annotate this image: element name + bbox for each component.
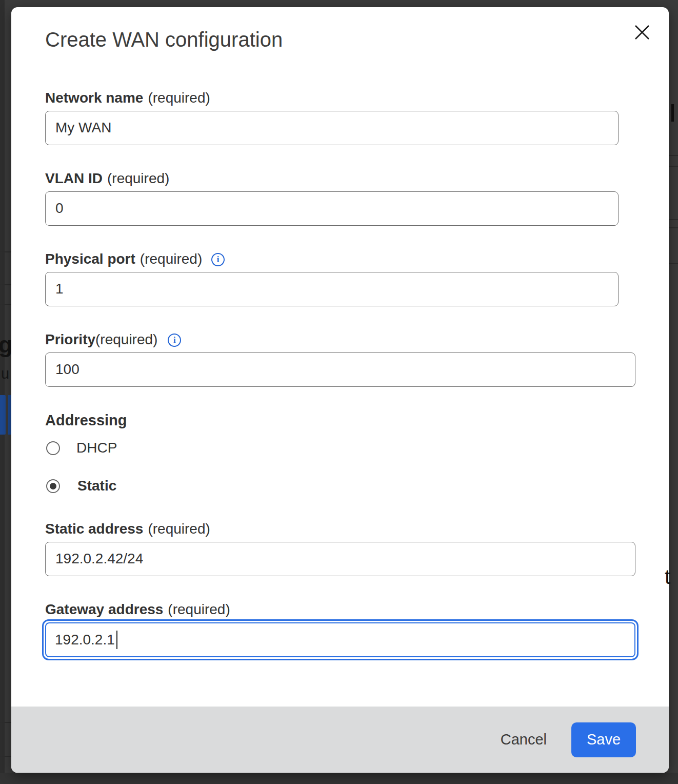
network-name-label-text: Network name (45, 89, 143, 107)
vlan-id-label: VLAN ID (required) (45, 170, 169, 187)
priority-input[interactable]: 100 (45, 352, 635, 387)
dialog-footer: Cancel Save (11, 707, 669, 773)
network-name-label: Network name (required) (45, 89, 210, 107)
priority-label-text: Priority (45, 331, 95, 348)
radio-button-unselected[interactable] (46, 441, 60, 455)
background-bottom-band (0, 773, 678, 784)
gateway-address-input[interactable]: 192.0.2.1 (45, 622, 635, 657)
text-cursor (116, 631, 117, 649)
background-left-edge (0, 0, 5, 784)
required-hint: (required) (107, 170, 169, 187)
info-icon[interactable]: i (168, 334, 181, 347)
background-table-line (669, 155, 678, 156)
background-table-line (0, 284, 11, 285)
background-table-line (669, 166, 678, 167)
static-address-label: Static address (required) (45, 520, 210, 538)
gateway-address-label: Gateway address (required) (45, 601, 230, 618)
required-hint: (required) (168, 601, 230, 618)
radio-option-dhcp[interactable]: DHCP (46, 440, 117, 456)
required-hint: (required) (95, 331, 157, 348)
close-icon (633, 24, 651, 43)
radio-label-static: Static (77, 478, 116, 494)
background-table-line (0, 304, 11, 305)
static-address-label-text: Static address (45, 520, 143, 538)
radio-option-static[interactable]: Static (46, 478, 116, 494)
cancel-button[interactable]: Cancel (501, 731, 547, 748)
close-button[interactable] (630, 21, 654, 45)
background-table-line (669, 263, 678, 264)
radio-label-dhcp: DHCP (76, 440, 117, 456)
required-hint: (required) (140, 250, 202, 268)
save-button[interactable]: Save (571, 722, 636, 757)
vlan-id-input[interactable]: 0 (45, 191, 619, 226)
network-name-input[interactable]: My WAN (45, 111, 619, 145)
physical-port-label: Physical port (required) i (45, 250, 225, 268)
static-address-input[interactable]: 192.0.2.42/24 (45, 542, 635, 576)
radio-button-selected[interactable] (46, 479, 60, 493)
priority-label: Priority (required) i (45, 331, 181, 348)
background-text-fragment: u (1, 365, 9, 382)
dialog-title: Create WAN configuration (45, 27, 283, 52)
physical-port-label-text: Physical port (45, 250, 135, 268)
info-icon[interactable]: i (211, 253, 225, 266)
create-wan-configuration-dialog: Create WAN configuration Network name (r… (11, 7, 669, 773)
background-button-fragment (0, 395, 6, 435)
background-table-line (0, 756, 11, 757)
background-table-line (669, 227, 678, 228)
background-table-line (0, 722, 11, 723)
required-hint: (required) (148, 89, 210, 107)
background-table-line (669, 219, 678, 220)
physical-port-input[interactable]: 1 (45, 272, 619, 306)
background-table-line (0, 251, 11, 252)
gateway-address-value: 192.0.2.1 (55, 624, 115, 656)
gateway-address-focus-ring: 192.0.2.1 (42, 619, 639, 660)
addressing-heading: Addressing (45, 411, 127, 429)
vlan-id-label-text: VLAN ID (45, 170, 103, 187)
background-text-fragment: t (665, 565, 670, 589)
background-text-fragment (671, 104, 674, 122)
required-hint: (required) (148, 520, 210, 538)
gateway-address-label-text: Gateway address (45, 601, 163, 618)
